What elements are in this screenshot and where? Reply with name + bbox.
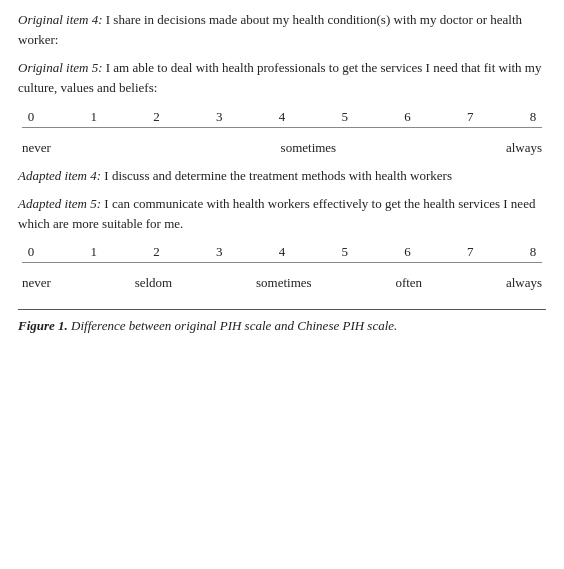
scale-a-num-1: 1 — [85, 244, 103, 260]
original4-label: Original item 4: — [18, 12, 103, 27]
gap2 — [18, 295, 546, 301]
scale-adapted-labels: never seldom sometimes often always — [18, 271, 546, 291]
scale-label-sometimes: sometimes — [281, 140, 337, 156]
scale-a-num-8: 8 — [524, 244, 542, 260]
adapted-item-4: Adapted item 4: I discuss and determine … — [18, 166, 546, 186]
scale-num-8: 8 — [524, 109, 542, 125]
scale-a-label-always: always — [506, 275, 542, 291]
scale-num-1: 1 — [85, 109, 103, 125]
figure-label: Figure 1. — [18, 318, 68, 333]
scale-num-2: 2 — [148, 109, 166, 125]
adapted4-text: I discuss and determine the treatment me… — [101, 168, 452, 183]
scale-a-num-0: 0 — [22, 244, 40, 260]
scale-a-label-never: never — [22, 275, 51, 291]
scale-adapted-numbers: 0 1 2 3 4 5 6 7 8 — [18, 244, 546, 260]
scale-a-num-3: 3 — [210, 244, 228, 260]
scale-num-7: 7 — [461, 109, 479, 125]
scale-original-numbers: 0 1 2 3 4 5 6 7 8 — [18, 109, 546, 125]
adapted4-label: Adapted item 4: — [18, 168, 101, 183]
adapted-item-5: Adapted item 5: I can communicate with h… — [18, 194, 546, 234]
page-content: Original item 4: I share in decisions ma… — [18, 10, 546, 335]
scale-original-line — [22, 127, 542, 128]
scale-a-num-4: 4 — [273, 244, 291, 260]
scale-a-label-often: often — [395, 275, 422, 291]
scale-a-label-seldom: seldom — [135, 275, 173, 291]
bottom-divider — [18, 309, 546, 310]
scale-a-num-2: 2 — [148, 244, 166, 260]
scale-num-5: 5 — [336, 109, 354, 125]
scale-adapted: 0 1 2 3 4 5 6 7 8 never seldom sometimes… — [18, 244, 546, 291]
scale-a-num-5: 5 — [336, 244, 354, 260]
original-item-4: Original item 4: I share in decisions ma… — [18, 10, 546, 50]
figure-caption: Figure 1. Difference between original PI… — [18, 316, 546, 336]
scale-original: 0 1 2 3 4 5 6 7 8 never sometimes always — [18, 109, 546, 156]
original-item-5: Original item 5: I am able to deal with … — [18, 58, 546, 98]
scale-adapted-line — [22, 262, 542, 263]
original5-label: Original item 5: — [18, 60, 103, 75]
adapted5-label: Adapted item 5: — [18, 196, 101, 211]
scale-num-3: 3 — [210, 109, 228, 125]
scale-original-labels: never sometimes always — [18, 136, 546, 156]
scale-a-num-6: 6 — [399, 244, 417, 260]
scale-a-label-sometimes: sometimes — [256, 275, 312, 291]
scale-a-num-7: 7 — [461, 244, 479, 260]
scale-num-6: 6 — [399, 109, 417, 125]
figure-text: Difference between original PIH scale an… — [68, 318, 398, 333]
scale-num-4: 4 — [273, 109, 291, 125]
scale-label-never: never — [22, 140, 51, 156]
scale-num-0: 0 — [22, 109, 40, 125]
scale-label-always: always — [506, 140, 542, 156]
